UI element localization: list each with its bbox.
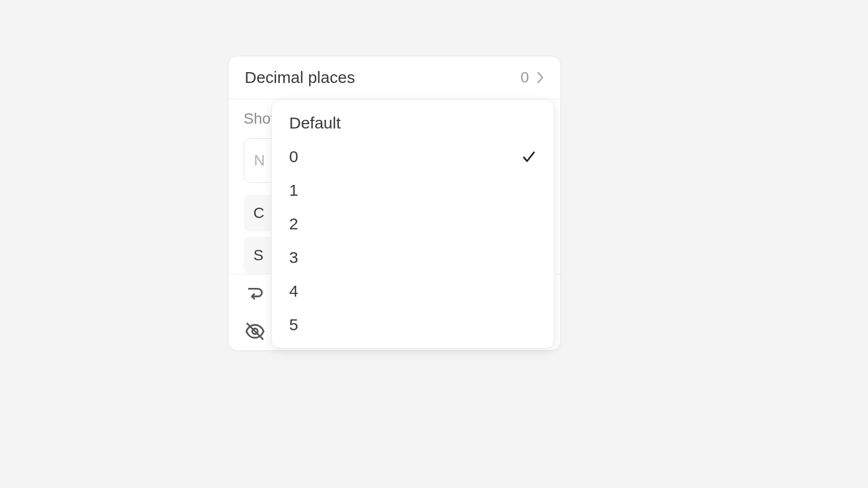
decimal-places-value: 0 [520,69,529,86]
eye-off-icon [245,321,265,342]
dropdown-option-1[interactable]: 1 [272,174,554,207]
dropdown-option-3[interactable]: 3 [272,241,554,274]
decimal-places-row[interactable]: Decimal places 0 [228,56,560,99]
dropdown-option-label: 5 [289,316,298,334]
decimal-places-value-group: 0 [520,69,544,86]
chevron-right-icon [537,71,544,84]
wrap-icon [245,283,265,304]
dropdown-option-label: 1 [289,181,298,200]
decimal-places-dropdown: Default012345 [271,99,554,349]
dropdown-option-2[interactable]: 2 [272,207,554,241]
dropdown-option-label: 3 [289,248,298,267]
dropdown-option-label: 2 [289,215,298,233]
dropdown-option-0[interactable]: 0 [272,140,554,174]
dropdown-option-5[interactable]: 5 [272,308,554,342]
dropdown-option-label: Default [289,114,341,132]
dropdown-option-label: 4 [289,282,298,300]
check-icon [521,149,537,164]
dropdown-option-default[interactable]: Default [272,106,554,140]
dropdown-option-label: 0 [289,147,298,166]
dropdown-option-4[interactable]: 4 [272,274,554,308]
show-input-placeholder: N [254,152,265,169]
decimal-places-label: Decimal places [245,68,355,87]
